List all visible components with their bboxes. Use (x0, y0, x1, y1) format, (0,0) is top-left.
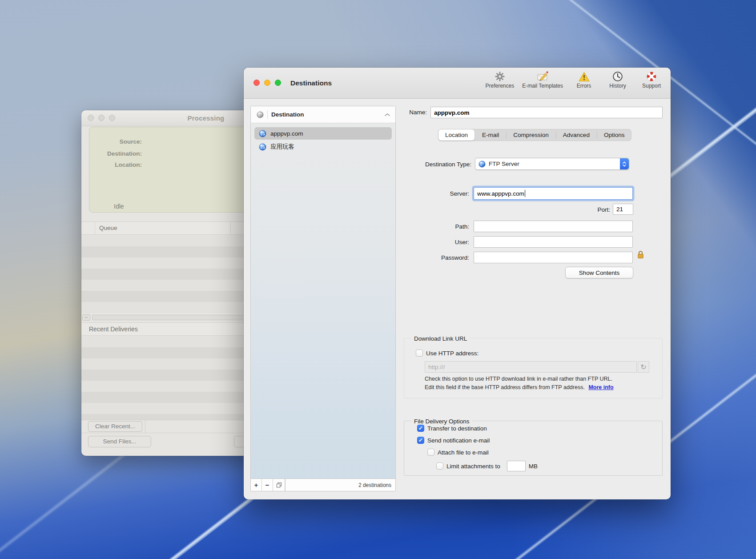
divider (267, 110, 268, 119)
column-divider (230, 222, 231, 234)
toolbar-label: History (609, 83, 626, 89)
toolbar-email-templates[interactable]: E-mail Templates (522, 70, 563, 89)
divider (145, 420, 145, 433)
life-ring-icon (646, 70, 657, 82)
destinations-titlebar[interactable]: Destinations Preferences (244, 68, 671, 99)
duplicate-icon (276, 482, 282, 488)
send-notification-label: Send notification e-mail (427, 437, 490, 444)
tab-location[interactable]: Location (438, 129, 475, 141)
globe-icon (259, 130, 266, 137)
destination-type-popup[interactable]: FTP Server (475, 158, 629, 170)
password-label: Password: (402, 254, 469, 261)
tab-bar: Location E-mail Compression Advanced Opt… (438, 129, 631, 141)
toolbar-preferences[interactable]: Preferences (485, 70, 514, 89)
destination-type-value: FTP Server (489, 161, 519, 167)
show-contents-button[interactable]: Show Contents (565, 267, 633, 278)
sidebar: Destination apppvp.com 应用玩客 + − (250, 106, 396, 491)
globe-icon (259, 143, 266, 151)
toolbar-label: E-mail Templates (522, 83, 563, 89)
limit-attachments-checkbox[interactable] (436, 462, 443, 470)
use-http-checkbox[interactable] (416, 350, 423, 357)
port-label: Port: (561, 206, 610, 213)
attach-file-checkbox[interactable] (427, 449, 434, 456)
column-divider (95, 222, 95, 234)
globe-grey-icon (257, 111, 264, 118)
path-input[interactable] (474, 221, 633, 232)
text-caret (525, 190, 525, 197)
email-template-icon (537, 70, 549, 82)
transfer-checkbox[interactable] (417, 425, 424, 432)
download-section-title: Download Link URL (411, 335, 470, 342)
sidebar-group-label: Destination (271, 111, 304, 118)
remove-destination-button[interactable]: − (262, 479, 273, 491)
tab-compression[interactable]: Compression (506, 129, 556, 141)
server-input[interactable]: www.apppvp.com (474, 187, 633, 200)
attach-file-row[interactable]: Attach file to e-mail (427, 449, 489, 456)
http-url-input[interactable]: http:/// (425, 361, 637, 373)
sidebar-item-apppvp[interactable]: apppvp.com (254, 127, 392, 140)
user-label: User: (402, 239, 469, 245)
popup-stepper-icon (620, 158, 629, 169)
user-input[interactable] (474, 236, 633, 248)
toolbar-label: Errors (577, 83, 591, 89)
toolbar: Preferences E-mail Templates (485, 70, 664, 89)
add-destination-button[interactable]: + (251, 479, 262, 491)
sidebar-bottom-bar: + − 2 destinations (251, 479, 395, 491)
transfer-to-destination-row[interactable]: Transfer to destination (417, 425, 487, 432)
destination-type-label: Destination Type: (405, 161, 471, 168)
help-text-line1: Check this option to use HTTP download l… (425, 376, 612, 382)
toolbar-support[interactable]: Support (639, 70, 664, 89)
toolbar-label: Preferences (485, 83, 514, 89)
attach-file-label: Attach file to e-mail (438, 449, 489, 456)
help-text: Edit this field if the base HTTP address… (425, 384, 585, 390)
sidebar-item-label: apppvp.com (270, 130, 303, 137)
toolbar-errors[interactable]: Errors (571, 70, 597, 89)
warning-icon (579, 70, 590, 82)
clear-recent-button[interactable]: Clear Recent... (88, 421, 142, 432)
name-label: Name: (377, 109, 427, 116)
tab-email[interactable]: E-mail (475, 129, 506, 141)
send-files-button[interactable]: Send Files... (88, 436, 151, 447)
globe-icon (479, 161, 486, 168)
zoom-button[interactable] (275, 80, 281, 86)
path-label: Path: (402, 223, 469, 230)
limit-mb-input[interactable] (507, 461, 526, 471)
port-input[interactable]: 21 (613, 204, 633, 215)
minimize-button[interactable] (264, 80, 270, 86)
password-input[interactable] (474, 252, 633, 263)
queue-header-label: Queue (99, 222, 117, 234)
splitter-collapse-button[interactable]: − (82, 314, 90, 321)
sidebar-item-label: 应用玩客 (270, 143, 294, 151)
use-http-label: Use HTTP address: (426, 350, 479, 357)
send-notification-row[interactable]: Send notification e-mail (417, 437, 490, 444)
use-http-address-row[interactable]: Use HTTP address: (416, 350, 479, 357)
recent-deliveries-label: Recent Deliveries (89, 323, 138, 335)
clock-icon (612, 70, 623, 82)
file-delivery-title: File Delivery Options (411, 418, 472, 425)
destination-count: 2 destinations (285, 479, 395, 491)
window-title: Destinations (290, 79, 332, 87)
refresh-button[interactable]: ↻ (638, 361, 649, 373)
destinations-window: Destinations Preferences (244, 68, 671, 499)
more-info-link[interactable]: More info (588, 384, 613, 390)
http-url-placeholder: http:/// (428, 364, 445, 370)
refresh-icon: ↻ (640, 363, 646, 371)
server-value: www.apppvp.com (477, 190, 524, 197)
duplicate-destination-button[interactable] (273, 479, 285, 491)
tab-advanced[interactable]: Advanced (556, 129, 597, 141)
tab-options[interactable]: Options (597, 129, 632, 141)
source-label: Source: (93, 138, 142, 145)
toolbar-label: Support (642, 83, 661, 89)
sidebar-group-header[interactable]: Destination (251, 106, 395, 123)
send-notification-checkbox[interactable] (417, 437, 424, 444)
toolbar-history[interactable]: History (605, 70, 631, 89)
lock-icon (637, 250, 644, 261)
close-button[interactable] (253, 80, 260, 86)
transfer-label: Transfer to destination (427, 425, 487, 432)
location-label: Location: (93, 161, 142, 168)
name-input[interactable]: apppvp.com (430, 107, 663, 118)
help-text-line2: Edit this field if the base HTTP address… (425, 384, 614, 390)
limit-attachments-row[interactable]: Limit attachments to MB (436, 461, 538, 471)
sidebar-item-yingyongwanke[interactable]: 应用玩客 (254, 141, 392, 153)
mb-suffix: MB (529, 463, 538, 470)
